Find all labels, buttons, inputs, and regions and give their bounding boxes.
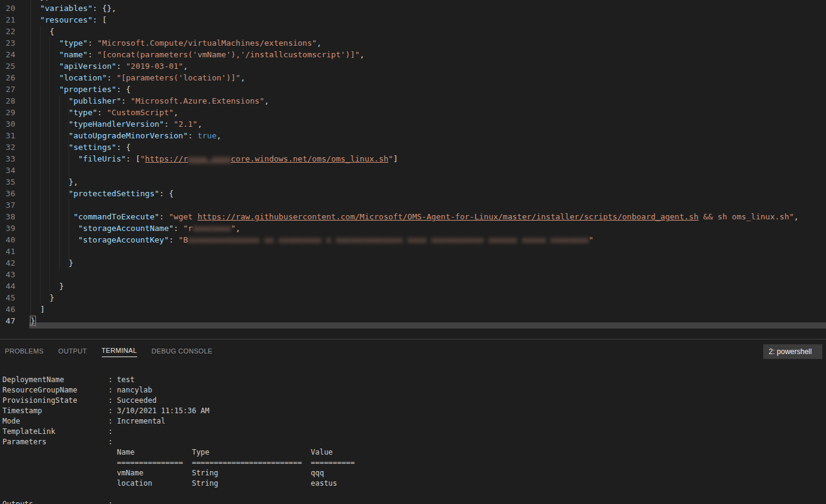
- line-number[interactable]: 25: [0, 60, 15, 72]
- line-number[interactable]: 28: [0, 95, 15, 107]
- line-number[interactable]: 45: [0, 292, 15, 303]
- line-number[interactable]: 37: [0, 199, 15, 211]
- terminal-line: vmName String qqq: [2, 468, 826, 478]
- redacted-link[interactable]: xxxx.xxxx: [188, 154, 230, 163]
- line-number[interactable]: 42: [0, 257, 15, 269]
- line-number[interactable]: 22: [0, 26, 15, 37]
- code-token: "publisher": [69, 96, 121, 105]
- line-number[interactable]: 26: [0, 72, 15, 83]
- code-line[interactable]: 45}: [0, 292, 826, 303]
- line-number[interactable]: 29: [0, 107, 15, 118]
- code-line[interactable]: 36"protectedSettings": {: [0, 188, 826, 199]
- line-number[interactable]: 31: [0, 130, 15, 141]
- code-line[interactable]: 21"resources": [: [0, 14, 826, 26]
- code-line[interactable]: 39"storageAccountName": "rxxxxxxxx",: [0, 222, 826, 234]
- code-line-text: "autoUpgradeMinorVersion": true,: [30, 130, 221, 141]
- code-line[interactable]: 44}: [0, 280, 826, 292]
- code-token: "autoUpgradeMinorVersion": [69, 131, 188, 140]
- indent-guide: [30, 257, 69, 269]
- code-line-text: "publisher": "Microsoft.Azure.Extensions…: [30, 95, 269, 107]
- code-link[interactable]: https://raw.githubusercontent.com/Micros…: [198, 212, 699, 221]
- code-line[interactable]: 41: [0, 246, 826, 257]
- code-line[interactable]: 42}: [0, 257, 826, 269]
- code-line[interactable]: 22{: [0, 26, 826, 37]
- panel-tab-bar: PROBLEMS OUTPUT TERMINAL DEBUG CONSOLE 2…: [0, 339, 826, 361]
- code-line[interactable]: 28"publisher": "Microsoft.Azure.Extensio…: [0, 95, 826, 107]
- line-number[interactable]: 33: [0, 153, 15, 165]
- code-line[interactable]: 37: [0, 199, 826, 211]
- code-token: : {: [116, 85, 130, 94]
- code-line-text: "name": "[concat(parameters('vmName'),'/…: [30, 49, 365, 60]
- code-line[interactable]: 33"fileUris": ["https://rxxxx.xxxxcore.w…: [0, 153, 826, 165]
- indent-guide: [30, 72, 59, 83]
- code-line[interactable]: 32"settings": {: [0, 141, 826, 153]
- code-line[interactable]: 40"storageAccountKey": "Bxxxxxxxxxxxxxxx…: [0, 234, 826, 246]
- code-token: "storageAccountName": [78, 224, 174, 233]
- line-number[interactable]: 38: [0, 211, 15, 222]
- terminal-line: Outputs :: [2, 499, 826, 504]
- line-number[interactable]: 32: [0, 141, 15, 153]
- line-number[interactable]: 43: [0, 269, 15, 280]
- indent-guide: [30, 14, 40, 26]
- code-line[interactable]: 29"type": "CustomScript",: [0, 107, 826, 118]
- terminal-line: ResourceGroupName : nancylab: [2, 385, 826, 396]
- terminal-output[interactable]: DeploymentName : testResourceGroupName :…: [0, 375, 826, 504]
- code-token: && sh oms_linux.sh": [699, 212, 794, 221]
- line-number[interactable]: 47: [0, 315, 15, 327]
- terminal-picker-dropdown[interactable]: 2: powershell: [763, 344, 822, 359]
- code-token: "CustomScript": [107, 108, 174, 117]
- code-line[interactable]: 30"typeHandlerVersion": "2.1",: [0, 118, 826, 130]
- code-line[interactable]: 31"autoUpgradeMinorVersion": true,: [0, 130, 826, 141]
- code-token: {: [49, 27, 54, 36]
- code-token: "commandToExecute": [73, 212, 159, 221]
- tab-terminal[interactable]: TERMINAL: [102, 344, 137, 357]
- code-line[interactable]: 26"location": "[parameters('location')]"…: [0, 72, 826, 83]
- code-line[interactable]: 46]: [0, 303, 826, 315]
- line-number[interactable]: 41: [0, 246, 15, 257]
- code-token: "r: [183, 224, 193, 233]
- terminal-line: ProvisioningState : Succeeded: [2, 396, 826, 406]
- line-number[interactable]: 20: [0, 2, 15, 14]
- tab-output[interactable]: OUTPUT: [59, 344, 87, 357]
- tab-problems[interactable]: PROBLEMS: [5, 344, 44, 357]
- line-number[interactable]: 21: [0, 14, 15, 26]
- line-number[interactable]: 46: [0, 303, 15, 315]
- line-number[interactable]: 23: [0, 37, 15, 49]
- line-number[interactable]: 35: [0, 176, 15, 188]
- terminal-line: Parameters :: [2, 437, 826, 447]
- indent-guide: [30, 280, 59, 292]
- line-number[interactable]: 27: [0, 83, 15, 95]
- code-token: ,: [265, 96, 269, 105]
- terminal-line: Mode : Incremental: [2, 416, 826, 427]
- code-token: ,: [183, 62, 188, 71]
- line-number[interactable]: 39: [0, 222, 15, 234]
- code-token: "name": [59, 50, 88, 59]
- code-editor[interactable]: 19},20"variables": {},21"resources": [22…: [0, 0, 826, 339]
- line-number[interactable]: 40: [0, 234, 15, 246]
- line-number[interactable]: 36: [0, 188, 15, 199]
- code-line[interactable]: 38"commandToExecute": "wget https://raw.…: [0, 211, 826, 222]
- code-line[interactable]: 20"variables": {},: [0, 2, 826, 14]
- line-number[interactable]: 30: [0, 118, 15, 130]
- code-token: ,: [198, 119, 202, 129]
- code-link[interactable]: core.windows.net/oms/oms_linux.sh: [231, 154, 388, 163]
- vscode-window: 19},20"variables": {},21"resources": [22…: [0, 0, 826, 504]
- code-line[interactable]: 23"type": "Microsoft.Compute/virtualMach…: [0, 37, 826, 49]
- code-line[interactable]: 35},: [0, 176, 826, 188]
- line-number[interactable]: 44: [0, 280, 15, 292]
- code-line[interactable]: 43: [0, 269, 826, 280]
- code-token: ]: [40, 305, 45, 314]
- code-link[interactable]: https://r: [145, 154, 188, 163]
- line-number[interactable]: 34: [0, 165, 15, 176]
- tab-debug-console[interactable]: DEBUG CONSOLE: [152, 344, 213, 357]
- code-line[interactable]: 24"name": "[concat(parameters('vmName'),…: [0, 49, 826, 60]
- code-line[interactable]: 25"apiVersion": "2019-03-01",: [0, 60, 826, 72]
- line-number[interactable]: 24: [0, 49, 15, 60]
- code-token: "2.1": [174, 119, 198, 129]
- code-line[interactable]: 34: [0, 165, 826, 176]
- code-token: "[concat(parameters('vmName'),'/installc…: [98, 50, 360, 59]
- code-token: ": [589, 235, 594, 244]
- horizontal-scrollbar[interactable]: [29, 322, 826, 328]
- code-line[interactable]: 27"properties": {: [0, 83, 826, 95]
- code-token: :: [107, 73, 116, 82]
